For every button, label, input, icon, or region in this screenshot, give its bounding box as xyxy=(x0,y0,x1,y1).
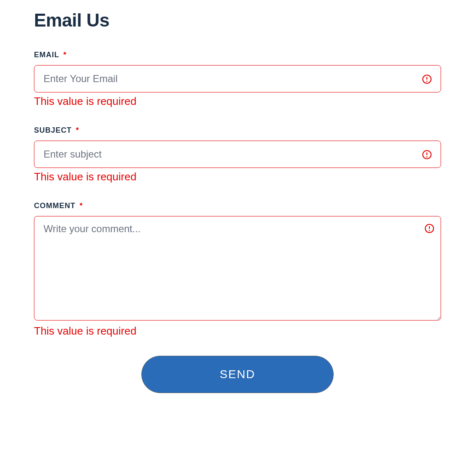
subject-error-text: This value is required xyxy=(34,170,441,183)
comment-group: COMMENT * This value is required xyxy=(34,202,441,338)
comment-input-wrapper xyxy=(34,216,441,322)
contact-form: EMAIL * This value is required SUBJECT * xyxy=(34,51,441,393)
subject-input[interactable] xyxy=(34,141,441,168)
email-input[interactable] xyxy=(34,65,441,92)
email-error-text: This value is required xyxy=(34,95,441,108)
send-button[interactable]: SEND xyxy=(141,356,334,393)
required-star-icon: * xyxy=(76,126,79,134)
comment-label-text: COMMENT xyxy=(34,202,75,210)
page-title: Email Us xyxy=(34,10,441,31)
subject-group: SUBJECT * This value is required xyxy=(34,126,441,183)
email-group: EMAIL * This value is required xyxy=(34,51,441,108)
required-star-icon: * xyxy=(63,51,67,59)
comment-label: COMMENT * xyxy=(34,202,441,210)
email-label-text: EMAIL xyxy=(34,51,59,59)
subject-label-text: SUBJECT xyxy=(34,126,72,134)
submit-row: SEND xyxy=(34,356,441,393)
subject-input-wrapper xyxy=(34,141,441,168)
email-input-wrapper xyxy=(34,65,441,92)
comment-textarea[interactable] xyxy=(34,216,441,321)
required-star-icon: * xyxy=(80,202,83,210)
comment-error-text: This value is required xyxy=(34,325,441,338)
subject-label: SUBJECT * xyxy=(34,126,441,135)
email-label: EMAIL * xyxy=(34,51,441,59)
